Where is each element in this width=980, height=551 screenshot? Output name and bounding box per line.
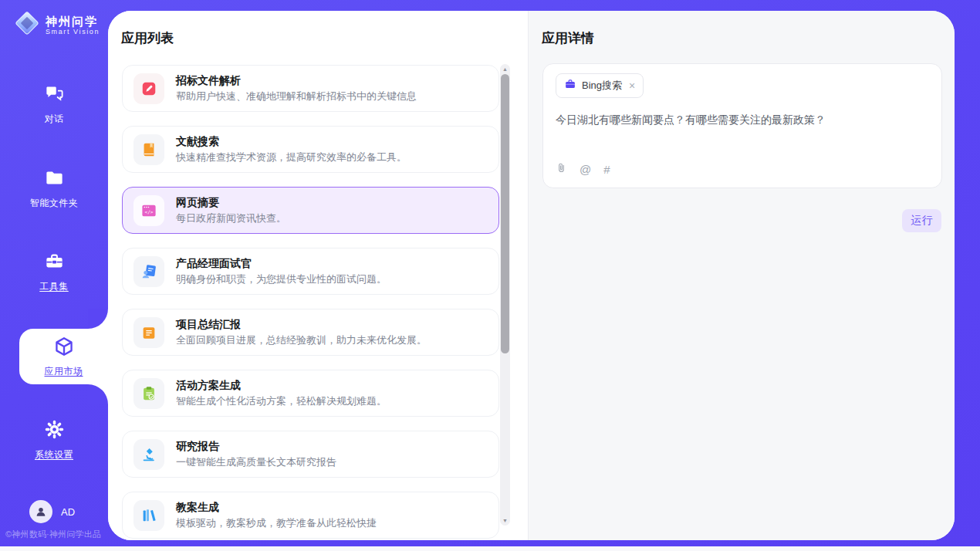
app-card-title: 项目总结汇报 (176, 319, 427, 330)
app-list-title: 应用列表 (121, 29, 174, 47)
tab-curve-bottom (88, 384, 108, 404)
sidebar-item-settings[interactable]: 系统设置 (0, 419, 108, 461)
app-card-desc: 快速精准查找学术资源，提高研究效率的必备工具。 (176, 152, 407, 163)
scrollbar-thumb[interactable] (501, 74, 509, 353)
scroll-up-icon[interactable]: ▲ (500, 66, 510, 72)
sidebar-item-chat[interactable]: 对话 (0, 83, 108, 126)
diamond-logo-icon (14, 10, 40, 39)
list-scrollbar[interactable]: ▲ ▼ (500, 64, 510, 526)
svg-text:</>: </> (145, 209, 154, 215)
scroll-down-icon[interactable]: ▼ (500, 518, 510, 523)
main-content: 应用列表 招标文件解析 帮助用户快速、准确地理解和解析招标书中的关键信息 (108, 11, 955, 540)
app-card-title: 文献搜索 (176, 136, 407, 147)
lesson-books-icon (133, 500, 164, 531)
brand-name: 神州问学 (46, 15, 100, 28)
app-card-desc: 模板驱动，教案秒成，教学准备从此轻松快捷 (176, 518, 377, 529)
avatar (29, 500, 52, 523)
app-card-project-summary[interactable]: 项目总结汇报 全面回顾项目进展，总结经验教训，助力未来优化发展。 (122, 309, 499, 356)
tool-tag-label: Bing搜索 (582, 79, 622, 93)
app-card-list: 招标文件解析 帮助用户快速、准确地理解和解析招标书中的关键信息 文献搜索 快速精… (122, 65, 499, 540)
app-card-webpage-summary[interactable]: </> 网页摘要 每日政府新闻资讯快查。 (122, 187, 499, 234)
app-detail-pane: 应用详情 Bing搜索 × 今日湖北有哪些新闻要点？有哪些需要关注的最新政策？ (528, 11, 955, 540)
app-card-literature-search[interactable]: 文献搜索 快速精准查找学术资源，提高研究效率的必备工具。 (122, 126, 499, 173)
tool-tag-bing-search: Bing搜索 × (556, 73, 644, 98)
summary-note-icon (133, 317, 164, 348)
cube-icon (53, 336, 75, 360)
app-card-desc: 明确身份和职责，为您提供专业性的面试问题。 (176, 274, 387, 285)
literature-book-icon (133, 134, 164, 165)
app-card-title: 研究报告 (176, 441, 336, 452)
app-card-title: 网页摘要 (176, 197, 286, 208)
mention-icon[interactable]: @ (580, 164, 591, 175)
toolbox-icon (44, 251, 65, 275)
tender-edit-icon (133, 73, 164, 104)
folder-icon (44, 167, 65, 191)
prompt-input[interactable]: 今日湖北有哪些新闻要点？有哪些需要关注的最新政策？ (556, 113, 926, 127)
app-card-desc: 每日政府新闻资讯快查。 (176, 213, 286, 224)
app-card-desc: 帮助用户快速、准确地理解和解析招标书中的关键信息 (176, 91, 417, 102)
app-detail-title: 应用详情 (542, 29, 594, 47)
gear-icon (44, 419, 65, 443)
sidebar-item-label: 工具集 (39, 280, 69, 293)
prompt-composer: Bing搜索 × 今日湖北有哪些新闻要点？有哪些需要关注的最新政策？ @ # (542, 63, 942, 188)
tag-close-icon[interactable]: × (629, 80, 635, 91)
app-card-lesson-plan[interactable]: 教案生成 模板驱动，教案秒成，教学准备从此轻松快捷 (122, 492, 499, 539)
chat-icon (44, 83, 65, 107)
sidebar-item-label: 智能文件夹 (30, 197, 79, 210)
briefcase-icon (564, 78, 576, 93)
research-microscope-icon (133, 439, 164, 470)
interviewer-icon (133, 256, 164, 287)
app-card-title: 产品经理面试官 (176, 258, 387, 269)
copyright-footer: ©神州数码·神州问学出品 (5, 529, 108, 540)
app-card-desc: 一键智能生成高质量长文本研究报告 (176, 457, 336, 468)
sidebar-item-label: 对话 (45, 113, 64, 126)
app-card-desc: 智能生成个性化活动方案，轻松解决规划难题。 (176, 396, 387, 407)
hashtag-icon[interactable]: # (603, 164, 610, 175)
user-account[interactable]: AD (29, 500, 75, 523)
user-name: AD (61, 506, 75, 518)
sidebar-item-label: 应用市场 (45, 365, 83, 378)
composer-toolbar: @ # (556, 161, 610, 177)
sidebar-item-label: 系统设置 (35, 448, 73, 461)
bottom-strip (0, 546, 980, 551)
webpage-code-icon: </> (133, 195, 164, 226)
sidebar-item-app-market[interactable]: 应用市场 (19, 329, 108, 384)
app-card-title: 教案生成 (176, 502, 377, 513)
clipboard-check-icon (133, 378, 164, 409)
app-card-title: 活动方案生成 (176, 380, 387, 391)
app-card-pm-interviewer[interactable]: 产品经理面试官 明确身份和职责，为您提供专业性的面试问题。 (122, 248, 499, 295)
app-card-event-plan[interactable]: 活动方案生成 智能生成个性化活动方案，轻松解决规划难题。 (122, 370, 499, 417)
sidebar: 神州问学 Smart Vision 对话 智能文件夹 (0, 0, 108, 546)
app-card-research-report[interactable]: 研究报告 一键智能生成高质量长文本研究报告 (122, 431, 499, 478)
brand-subtitle: Smart Vision (46, 28, 100, 35)
sidebar-item-toolset[interactable]: 工具集 (0, 251, 108, 293)
attachment-icon[interactable] (556, 161, 567, 177)
app-list-pane: 应用列表 招标文件解析 帮助用户快速、准确地理解和解析招标书中的关键信息 (108, 11, 528, 540)
app-card-desc: 全面回顾项目进展，总结经验教训，助力未来优化发展。 (176, 335, 427, 346)
run-button[interactable]: 运行 (902, 209, 941, 232)
app-card-tender-analysis[interactable]: 招标文件解析 帮助用户快速、准确地理解和解析招标书中的关键信息 (122, 65, 499, 112)
brand-logo: 神州问学 Smart Vision (14, 10, 100, 39)
tab-curve-top (88, 309, 108, 329)
app-card-title: 招标文件解析 (176, 75, 417, 86)
sidebar-item-smart-folder[interactable]: 智能文件夹 (0, 167, 108, 210)
